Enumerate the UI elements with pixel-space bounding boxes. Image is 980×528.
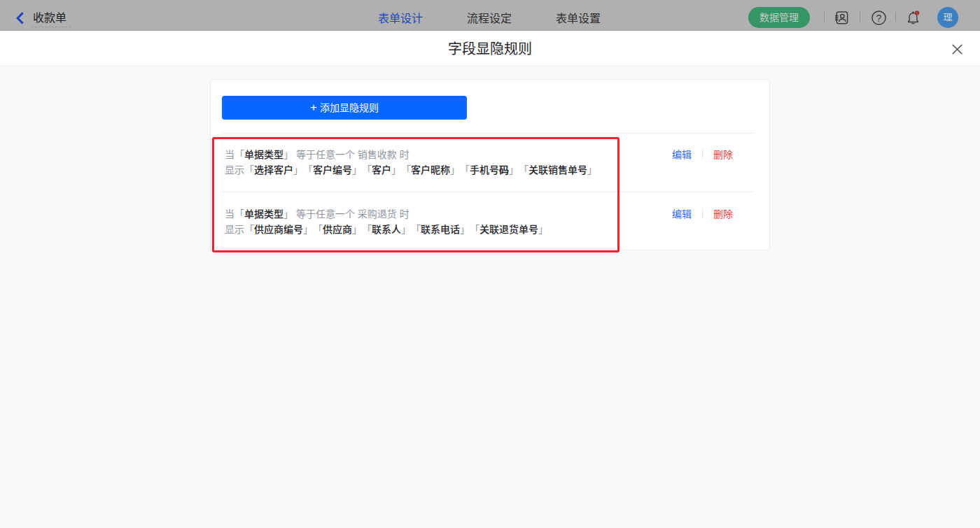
svg-text:?: ? xyxy=(876,13,882,24)
